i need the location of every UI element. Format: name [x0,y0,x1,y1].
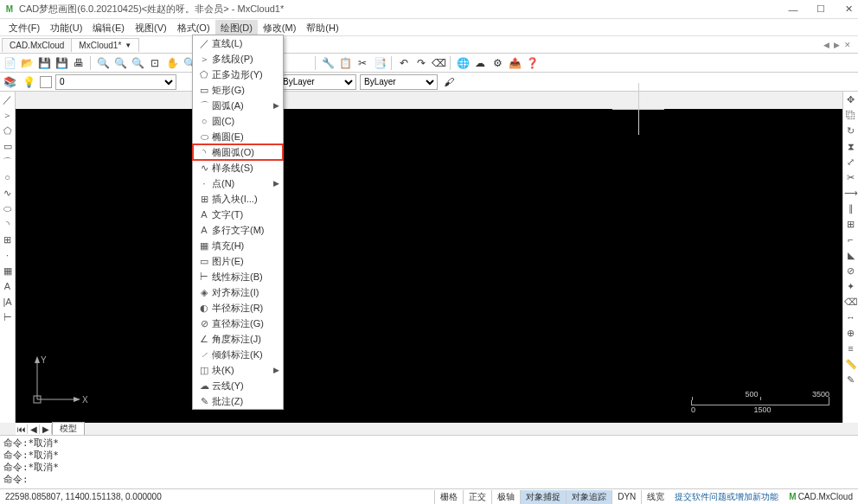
status-polar[interactable]: 极轴 [491,490,520,504]
move-icon[interactable]: ✥ [844,92,858,107]
measure-icon[interactable]: 📏 [844,356,858,372]
break-icon[interactable]: ⊘ [844,263,858,278]
hatch-tool-icon[interactable]: ▦ [1,263,15,278]
color-select[interactable]: ByLayer [279,74,356,90]
circle-tool-icon[interactable]: ○ [1,169,15,185]
scale-icon[interactable]: ⤢ [844,154,858,169]
tool-d-icon[interactable]: 📑 [372,55,387,71]
zoom-window-icon[interactable]: 🔍 [130,55,145,71]
redo-icon[interactable]: ↷ [413,55,429,71]
menu-item-14[interactable]: ▭图片(E) [193,253,283,269]
menu-view[interactable]: 视图(V) [130,20,172,35]
menu-item-0[interactable]: ／直线(L) [193,35,283,51]
menu-modify[interactable]: 修改(M) [258,20,302,35]
menu-item-17[interactable]: ◐半径标注(R) [193,300,283,316]
trim-icon[interactable]: ✂ [844,169,858,185]
menu-draw[interactable]: 绘图(D) [215,20,258,35]
offset-icon[interactable]: ∥ [844,201,858,216]
align-icon[interactable]: ≡ [844,341,858,356]
settings-icon[interactable]: ⚙ [490,55,505,71]
menu-format[interactable]: 格式(O) [172,20,215,35]
cloud-icon[interactable]: ☁ [472,55,488,71]
menu-item-15[interactable]: ⊢线性标注(B) [193,269,283,284]
minimize-button[interactable]: — [787,3,799,16]
layer-select[interactable]: 0 [55,74,176,90]
menu-item-6[interactable]: ⬭椭圆(E) [193,129,283,144]
tool-c-icon[interactable]: ✂ [355,55,370,71]
layout-next-icon[interactable]: ▶ [40,424,52,434]
menu-item-5[interactable]: ○圆(C) [193,113,283,129]
menu-item-23[interactable]: ✎批注(Z) [193,393,283,409]
new-icon[interactable]: 📄 [2,55,17,71]
feedback-link[interactable]: 提交软件问题或增加新功能 [669,491,784,503]
zoom-extents-icon[interactable]: ⊡ [147,55,163,71]
tab-cadmxcloud[interactable]: CAD.MxCloud [2,38,72,52]
layer-manager-icon[interactable]: 📚 [2,74,17,90]
menu-item-2[interactable]: ⬠正多边形(Y) [193,67,283,82]
saveas-icon[interactable]: 💾 [54,55,69,71]
menu-item-18[interactable]: ⊘直径标注(G) [193,316,283,331]
menu-item-8[interactable]: ∿样条线(S) [193,160,283,175]
menu-item-21[interactable]: ◫块(K)▶ [193,362,283,378]
menu-function[interactable]: 功能(U) [45,20,87,35]
linetype-select[interactable]: ByLayer [360,74,438,90]
model-tab[interactable]: 模型 [52,422,85,436]
point-tool-icon[interactable]: · [1,247,15,263]
layout-first-icon[interactable]: ⏮ [16,424,28,434]
menu-item-9[interactable]: ·点(N)▶ [193,175,283,191]
menu-item-4[interactable]: ⌒圆弧(A)▶ [193,98,283,113]
web-icon[interactable]: 🌐 [455,55,471,71]
undo-icon[interactable]: ↶ [396,55,412,71]
insert-tool-icon[interactable]: ⊞ [1,232,15,247]
close-button[interactable]: ✕ [842,3,855,16]
layout-prev-icon[interactable]: ◀ [28,424,40,434]
mirror-icon[interactable]: ⧗ [844,138,858,154]
tool-a-icon[interactable]: 🔧 [320,55,336,71]
stretch-icon[interactable]: ↔ [844,309,858,325]
join-icon[interactable]: ⊕ [844,325,858,341]
tab-next-icon[interactable]: ▶ [834,41,842,49]
menu-item-22[interactable]: ☁云线(Y) [193,378,283,393]
text-tool-icon[interactable]: A [1,278,15,294]
menu-item-19[interactable]: ∠角度标注(J) [193,331,283,347]
menu-help[interactable]: 帮助(H) [301,20,343,35]
ellipse-tool-icon[interactable]: ⬭ [1,201,15,216]
tab-prev-icon[interactable]: ◀ [823,41,832,49]
copy-icon[interactable]: ⿻ [844,107,858,123]
open-icon[interactable]: 📂 [19,55,35,71]
command-window[interactable]: 命令:*取消* 命令:*取消* 命令:*取消* 命令: [0,435,858,488]
chamfer-icon[interactable]: ◣ [844,247,858,263]
menu-item-7[interactable]: ◝椭圆弧(O) [193,144,283,160]
spline-tool-icon[interactable]: ∿ [1,185,15,201]
rect-tool-icon[interactable]: ▭ [1,138,15,154]
menu-item-11[interactable]: A文字(T) [193,207,283,222]
brush-icon[interactable]: 🖌 [441,74,457,90]
print-icon[interactable]: 🖶 [71,55,86,71]
dim-tool-icon[interactable]: ⊢ [1,309,15,325]
status-dyn[interactable]: DYN [611,490,641,504]
eraser-icon[interactable]: ⌫ [431,55,446,71]
ellipsearc-tool-icon[interactable]: ◝ [1,216,15,232]
array-icon[interactable]: ⊞ [844,216,858,232]
menu-item-1[interactable]: ＞多线段(P) [193,51,283,67]
zoom-in-icon[interactable]: 🔍 [95,55,111,71]
layer-state-icon[interactable]: 💡 [21,74,36,90]
menu-item-13[interactable]: ▦填充(H) [193,238,283,253]
save-icon[interactable]: 💾 [36,55,52,71]
status-lweight[interactable]: 线宽 [641,490,669,504]
menu-item-12[interactable]: A多行文字(M) [193,222,283,238]
mtext-tool-icon[interactable]: |A [1,294,15,309]
maximize-button[interactable]: ☐ [815,3,827,16]
status-ortho[interactable]: 正交 [463,490,491,504]
export-icon[interactable]: 📤 [507,55,522,71]
polygon-tool-icon[interactable]: ⬠ [1,123,15,138]
status-grid[interactable]: 栅格 [434,490,463,504]
layer-color-swatch[interactable] [40,76,52,88]
cmd-prompt[interactable]: 命令: [3,474,855,486]
tab-close-icon[interactable]: ✕ [844,41,853,49]
zoom-out-icon[interactable]: 🔍 [112,55,128,71]
drawing-canvas[interactable]: Y X 5003500 01500 [16,109,842,423]
menu-item-10[interactable]: ⊞插入块(I...) [193,191,283,207]
menu-file[interactable]: 文件(F) [3,20,45,35]
polyline-tool-icon[interactable]: ＞ [1,107,15,123]
